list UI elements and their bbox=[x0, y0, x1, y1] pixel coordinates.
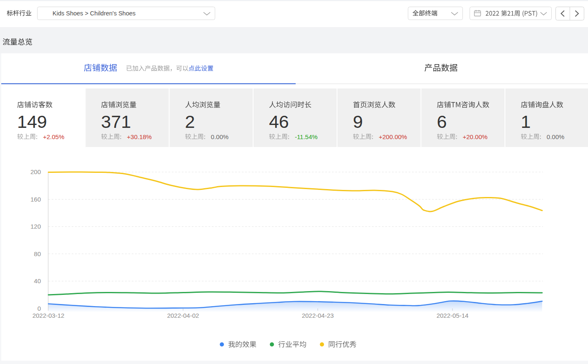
svg-text:371: 371 bbox=[101, 112, 131, 132]
svg-text:+200.00%: +200.00% bbox=[379, 133, 407, 140]
svg-text:0.00%: 0.00% bbox=[547, 133, 565, 140]
svg-text:0: 0 bbox=[38, 305, 41, 312]
svg-text:200: 200 bbox=[30, 168, 41, 175]
svg-text:+20.00%: +20.00% bbox=[463, 133, 488, 140]
svg-text:2022-03-12: 2022-03-12 bbox=[33, 312, 65, 319]
svg-text:Kids Shoes > Children's Shoes: Kids Shoes > Children's Shoes bbox=[53, 10, 136, 17]
svg-text:+30.18%: +30.18% bbox=[127, 133, 152, 140]
svg-text:6: 6 bbox=[437, 112, 447, 132]
svg-text:9: 9 bbox=[353, 112, 363, 132]
svg-text:40: 40 bbox=[34, 277, 41, 284]
svg-text:120: 120 bbox=[30, 223, 41, 230]
svg-text:80: 80 bbox=[34, 250, 41, 257]
svg-text:149: 149 bbox=[17, 112, 47, 132]
svg-text:+2.05%: +2.05% bbox=[43, 133, 64, 140]
svg-text:46: 46 bbox=[269, 112, 289, 132]
svg-text:2022-04-02: 2022-04-02 bbox=[167, 312, 199, 319]
svg-text:-11.54%: -11.54% bbox=[295, 133, 318, 140]
svg-text:2022-05-14: 2022-05-14 bbox=[437, 312, 469, 319]
svg-text:1: 1 bbox=[521, 112, 531, 132]
svg-text:2022-04-23: 2022-04-23 bbox=[302, 312, 334, 319]
svg-text:0.00%: 0.00% bbox=[211, 133, 229, 140]
svg-text:160: 160 bbox=[30, 196, 41, 203]
svg-text:2: 2 bbox=[185, 112, 195, 132]
